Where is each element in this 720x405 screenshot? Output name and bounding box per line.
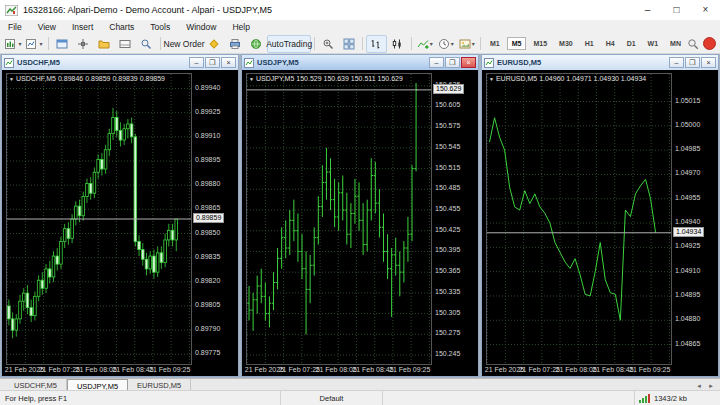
profiles-button[interactable]: ▾ — [24, 35, 45, 53]
chart-plot[interactable]: ▼USDJPY,M5 150.529 150.639 150.511 150.6… — [246, 73, 432, 365]
price-axis-label: 150.545 — [435, 143, 460, 151]
time-axis-label: 21 Feb 07:25 — [39, 366, 80, 373]
current-price-label: 0.89859 — [193, 213, 224, 223]
time-axis-label: 21 Feb 08:45 — [352, 366, 393, 373]
maximize-button[interactable]: ❒ — [205, 57, 220, 68]
magnifier-icon — [140, 38, 152, 50]
chart-window-titlebar[interactable]: USDJPY,M5–❒× — [242, 55, 478, 70]
candlestick-icon — [391, 38, 403, 50]
status-profile[interactable]: Default — [280, 391, 382, 405]
main-titlebar[interactable]: 16328166: Alpari-Demo - Demo Account - A… — [0, 0, 720, 21]
time-axis-label: 21 Feb 09:25 — [389, 366, 430, 373]
chart-window-title: EURUSD,M5 — [497, 58, 541, 67]
alert-diamond-icon — [208, 38, 220, 50]
chart-window-usdchf: USDCHF,M5–❒×▼USDCHF,M5 0.89846 0.89859 0… — [1, 54, 239, 377]
chart-window-icon — [244, 58, 254, 68]
tab-scroll-left-icon[interactable]: ◂ — [694, 382, 704, 390]
toolbar-separator — [480, 37, 481, 50]
periods-button[interactable]: ▾ — [435, 35, 456, 53]
toolbar: ▾ ▾ New Order — [0, 34, 720, 54]
new-order-button[interactable]: New Order — [163, 35, 204, 53]
chart-client: ▼USDJPY,M5 150.529 150.639 150.511 150.6… — [242, 70, 478, 376]
price-axis-label: 1.05015 — [675, 97, 700, 105]
bar-chart-icon — [370, 38, 382, 50]
dropdown-arrow-icon[interactable]: ▼ — [9, 76, 14, 82]
price-axis-label: 0.89820 — [195, 277, 220, 285]
maximize-button[interactable]: ❒ — [685, 57, 700, 68]
crosshair-icon — [77, 38, 89, 50]
menu-help[interactable]: Help — [224, 22, 257, 32]
indicators-button[interactable]: ▾ — [414, 35, 435, 53]
minimize-button[interactable]: – — [429, 57, 444, 68]
notification-badge-icon[interactable] — [703, 37, 716, 50]
minimize-button[interactable]: – — [633, 0, 662, 20]
zoom-in-button[interactable] — [317, 35, 338, 53]
print-button[interactable] — [225, 35, 246, 53]
tile-windows-button[interactable] — [338, 35, 359, 53]
mdi-area: USDCHF,M5–❒×▼USDCHF,M5 0.89846 0.89859 0… — [0, 54, 720, 378]
chart-window-titlebar[interactable]: EURUSD,M5–❒× — [482, 55, 718, 70]
timeframe-h4-button[interactable]: H4 — [601, 37, 620, 50]
price-axis-label: 150.575 — [435, 122, 460, 130]
close-button[interactable]: × — [701, 57, 716, 68]
menu-view[interactable]: View — [30, 22, 64, 32]
ohlc-text: USDJPY,M5 150.529 150.639 150.511 150.62… — [256, 75, 403, 82]
price-axis-label: 0.89880 — [195, 180, 220, 188]
chart-window-eurusd: EURUSD,M5–❒×▼EURUSD,M5 1.04960 1.04971 1… — [481, 54, 719, 377]
chart-plot[interactable]: ▼EURUSD,M5 1.04960 1.04971 1.04930 1.049… — [486, 73, 672, 365]
timeframe-h1-button[interactable]: H1 — [580, 37, 599, 50]
chevron-down-icon: ▾ — [18, 41, 21, 47]
timeframe-m30-button[interactable]: M30 — [554, 37, 578, 50]
autotrading-label: AutoTrading — [264, 39, 314, 49]
tab-scroll-right-icon[interactable]: ▸ — [706, 382, 716, 390]
menu-insert[interactable]: Insert — [64, 22, 101, 32]
time-axis: 21 Feb 202521 Feb 07:2521 Feb 08:0521 Fe… — [246, 366, 476, 376]
dropdown-arrow-icon[interactable]: ▼ — [249, 76, 254, 82]
chart-plot[interactable]: ▼USDCHF,M5 0.89846 0.89859 0.89839 0.898… — [6, 73, 192, 365]
close-button[interactable]: × — [691, 0, 720, 20]
menu-tools[interactable]: Tools — [142, 22, 178, 32]
time-axis-label: 21 Feb 09:25 — [149, 366, 190, 373]
close-button[interactable]: × — [461, 57, 476, 68]
timeframe-m5-button[interactable]: M5 — [507, 37, 527, 50]
timeframe-mn-button[interactable]: MN — [665, 37, 686, 50]
chart-window-controls: –❒× — [429, 57, 476, 68]
terminal-button[interactable] — [115, 35, 136, 53]
chart-window-icon — [484, 58, 494, 68]
price-axis-label: 150.245 — [435, 350, 460, 358]
menu-window[interactable]: Window — [178, 22, 224, 32]
new-chart-button[interactable]: ▾ — [3, 35, 24, 53]
candlestick-chart-button[interactable] — [387, 35, 408, 53]
navigator-button[interactable] — [94, 35, 115, 53]
menu-charts[interactable]: Charts — [101, 22, 142, 32]
chart-window-titlebar[interactable]: USDCHF,M5–❒× — [2, 55, 238, 70]
market-watch-button[interactable] — [52, 35, 73, 53]
time-axis-label: 21 Feb 07:25 — [519, 366, 560, 373]
search-icon[interactable] — [687, 38, 699, 50]
autotrading-button[interactable]: AutoTrading — [267, 35, 311, 53]
timeframe-d1-button[interactable]: D1 — [622, 37, 641, 50]
close-button[interactable]: × — [221, 57, 236, 68]
maximize-button[interactable]: □ — [662, 0, 691, 20]
new-order-label: New Order — [162, 39, 207, 49]
templates-button[interactable]: ▾ — [456, 35, 477, 53]
time-axis: 21 Feb 202521 Feb 07:2521 Feb 08:0521 Fe… — [486, 366, 716, 376]
timeframe-w1-button[interactable]: W1 — [643, 37, 664, 50]
price-axis: 0.899400.899250.899100.898950.898800.898… — [193, 73, 236, 364]
menu-file[interactable]: File — [0, 22, 30, 32]
time-axis-label: 21 Feb 09:25 — [629, 366, 670, 373]
minimize-button[interactable]: – — [669, 57, 684, 68]
maximize-button[interactable]: ❒ — [445, 57, 460, 68]
ohlc-text: USDCHF,M5 0.89846 0.89859 0.89839 0.8985… — [16, 75, 165, 82]
template-frame-icon — [459, 38, 471, 50]
timeframe-m15-button[interactable]: M15 — [528, 37, 552, 50]
alerts-button[interactable] — [204, 35, 225, 53]
ohlc-text: EURUSD,M5 1.04960 1.04971 1.04930 1.0493… — [496, 75, 646, 82]
timeframe-m1-button[interactable]: M1 — [485, 37, 505, 50]
minimize-button[interactable]: – — [189, 57, 204, 68]
bar-chart-button[interactable] — [366, 35, 387, 53]
strategy-tester-button[interactable] — [136, 35, 157, 53]
data-window-button[interactable] — [73, 35, 94, 53]
price-axis-label: 1.05000 — [675, 121, 700, 129]
dropdown-arrow-icon[interactable]: ▼ — [489, 76, 494, 82]
